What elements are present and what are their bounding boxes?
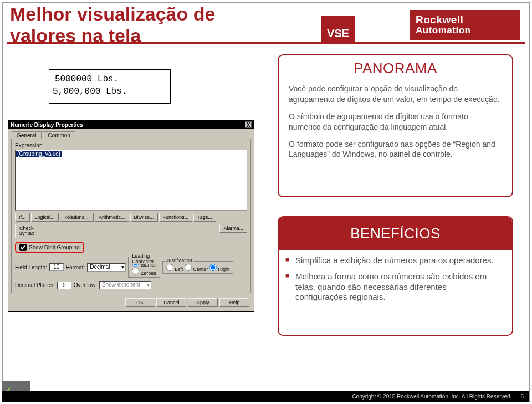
expression-button-row: If... Logical... Relational... Arithmeti… bbox=[15, 213, 247, 222]
show-digit-grouping-label: Show Digit Grouping bbox=[29, 244, 80, 250]
help-button[interactable]: Help bbox=[219, 298, 249, 307]
brand-line-2: Automation bbox=[416, 25, 514, 35]
show-digit-grouping-highlight: Show Digit Grouping bbox=[15, 242, 84, 253]
overflow-select[interactable]: Show exponent bbox=[99, 281, 151, 289]
sample-no-grouping: 5000000 Lbs. bbox=[55, 73, 165, 85]
expression-label: Expression bbox=[15, 142, 247, 149]
leading-zeroes-label: Zeroes bbox=[141, 270, 156, 276]
format-label: Format: bbox=[66, 264, 85, 270]
check-syntax-button[interactable]: CheckSyntax bbox=[15, 224, 38, 238]
justification-label: Justification bbox=[165, 258, 193, 263]
ok-button[interactable]: OK bbox=[125, 298, 155, 307]
benefit-item-2: Melhora a forma como os números são exib… bbox=[295, 272, 500, 303]
field-length-input[interactable]: 10 bbox=[49, 263, 64, 271]
functions-button[interactable]: Functions... bbox=[159, 213, 193, 222]
justification-group: Justification Left Center Right bbox=[162, 261, 234, 274]
slide-title: Melhor visualização devalores na tela bbox=[10, 3, 215, 47]
logical-button[interactable]: Logical... bbox=[31, 213, 59, 222]
arithmetic-button[interactable]: Arithmetic... bbox=[95, 213, 129, 222]
page-number: 6 bbox=[520, 393, 524, 400]
justify-center-label: Center bbox=[193, 267, 208, 272]
if-button[interactable]: If... bbox=[15, 213, 30, 222]
leading-character-label: Leading Character bbox=[131, 253, 160, 264]
justify-center-radio[interactable]: Center bbox=[185, 267, 208, 272]
justify-left-radio[interactable]: Left bbox=[166, 267, 183, 272]
copyright-text: Copyright © 2015 Rockwell Automation, In… bbox=[352, 393, 511, 400]
panorama-p3: O formato pode ser configurado nas opçõe… bbox=[289, 139, 502, 160]
brand-line-1: Rockwell bbox=[416, 14, 514, 25]
header-divider bbox=[7, 42, 525, 44]
dialog-body: Expression {Grouping_Value} If... Logica… bbox=[11, 139, 251, 293]
show-digit-grouping-checkbox[interactable] bbox=[19, 244, 27, 251]
justify-right-radio[interactable]: Right bbox=[209, 267, 230, 272]
dialog-title-text: Numeric Display Properties bbox=[11, 122, 83, 128]
beneficios-card: BENEFÍCIOS Simplifica a exibição de núme… bbox=[278, 216, 513, 336]
vse-text: VSE bbox=[327, 27, 349, 40]
numeric-display-properties-dialog: Numeric Display Properties X General Com… bbox=[8, 120, 254, 312]
panorama-p1: Você pode configurar a opção de visualiz… bbox=[289, 84, 502, 105]
rockwell-logo: Rockwell Automation bbox=[410, 10, 520, 40]
panorama-body: Você pode configurar a opção de visualiz… bbox=[279, 79, 512, 173]
field-length-label: Field Length: bbox=[15, 264, 47, 270]
dialog-footer: OK Cancel Apply Help bbox=[8, 296, 254, 311]
number-format-sample: 5000000 Lbs. 5,000,000 Lbs. bbox=[49, 69, 171, 104]
slide-footer: Copyright © 2015 Rockwell Automation, In… bbox=[2, 391, 529, 402]
relational-button[interactable]: Relational... bbox=[60, 213, 94, 222]
format-select[interactable]: Decimal bbox=[87, 263, 126, 272]
tags-button[interactable]: Tags... bbox=[193, 213, 216, 222]
tab-common[interactable]: Common bbox=[43, 131, 75, 139]
leading-zeroes-radio[interactable]: Zeroes bbox=[132, 270, 156, 276]
bitwise-button[interactable]: Bitwise... bbox=[130, 213, 158, 222]
decimal-places-input[interactable]: 0 bbox=[57, 282, 71, 289]
beneficios-title: BENEFÍCIOS bbox=[279, 217, 512, 250]
overflow-label: Overflow: bbox=[74, 282, 97, 288]
alarms-button[interactable]: Alarms... bbox=[219, 224, 247, 233]
expression-value: {Grouping_Value} bbox=[16, 151, 62, 157]
benefit-item-1: Simplifica a exibição de números para os… bbox=[295, 255, 500, 266]
sample-with-grouping: 5,000,000 Lbs. bbox=[53, 85, 165, 98]
expression-input[interactable]: {Grouping_Value} bbox=[15, 150, 247, 211]
apply-button[interactable]: Apply bbox=[188, 298, 218, 307]
close-icon[interactable]: X bbox=[245, 121, 252, 128]
title-text: Melhor visualização devalores na tela bbox=[10, 3, 215, 46]
dialog-tabs: General Common bbox=[8, 129, 254, 139]
decimal-places-label: Decimal Places: bbox=[15, 282, 55, 288]
justify-left-label: Left bbox=[175, 267, 183, 272]
justify-right-label: Right bbox=[218, 267, 229, 272]
leading-character-group: Leading Character Blanks Zeroes bbox=[128, 257, 160, 278]
tab-general[interactable]: General bbox=[12, 131, 42, 139]
panorama-title: PANORAMA bbox=[279, 55, 512, 79]
dialog-titlebar[interactable]: Numeric Display Properties X bbox=[8, 120, 254, 129]
cancel-button[interactable]: Cancel bbox=[156, 298, 186, 307]
panorama-card: PANORAMA Você pode configurar a opção de… bbox=[278, 54, 513, 197]
beneficios-list: Simplifica a exibição de números para os… bbox=[279, 255, 512, 303]
panorama-p2: O símbolo de agrupamento de dígitos usa … bbox=[289, 111, 502, 132]
vse-badge: VSE bbox=[321, 16, 355, 43]
